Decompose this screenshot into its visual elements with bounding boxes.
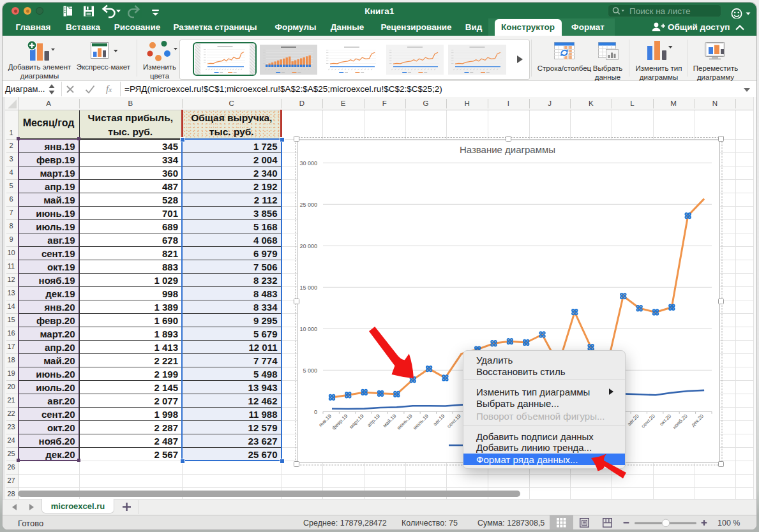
svg-text:25 000: 25 000 — [299, 202, 317, 208]
svg-text:10 000: 10 000 — [299, 326, 317, 332]
svg-text:20 000: 20 000 — [299, 243, 317, 249]
svg-text:0: 0 — [314, 409, 317, 415]
svg-text:15 000: 15 000 — [299, 284, 317, 291]
svg-text:Название диаграммы: Название диаграммы — [460, 144, 555, 155]
svg-text:5 000: 5 000 — [303, 367, 317, 374]
svg-text:30 000: 30 000 — [299, 160, 317, 166]
